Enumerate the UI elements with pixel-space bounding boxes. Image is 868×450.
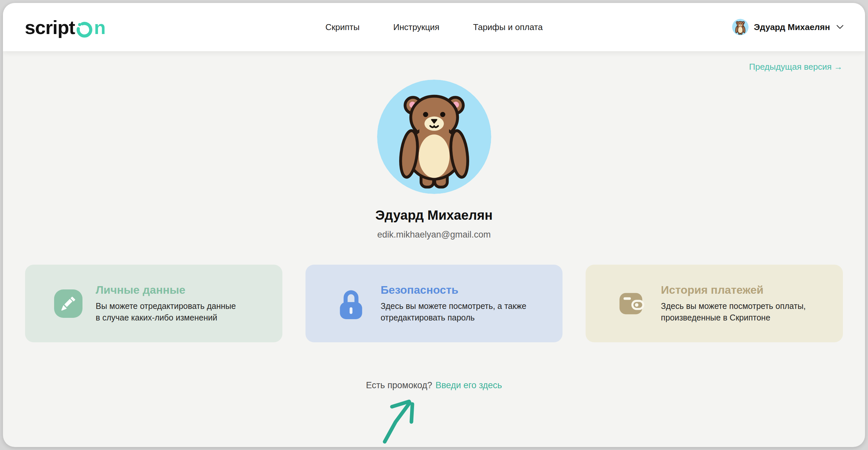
lock-icon-box [335,285,368,322]
nav-item-scripts[interactable]: Скрипты [325,22,360,32]
pencil-icon [61,297,75,311]
hand-drawn-arrow-icon [377,392,421,444]
lock-icon [336,286,367,321]
card-text: Личные данные Вы можете отредактировать … [96,283,236,324]
card-description: Здесь вы можете посмотреть, а также отре… [381,300,527,324]
card-title: Безопасность [381,283,527,297]
promo-question: Есть промокод? [366,380,432,390]
user-avatar [732,19,749,35]
pencil-icon-box [54,289,83,318]
app-window: script n Скрипты Инструкция Тарифы и опл… [3,3,865,447]
profile-email: edik.mikhaelyan@gmail.com [3,230,865,240]
promo-link[interactable]: Введи его здесь [435,380,502,390]
profile-cards: Личные данные Вы можете отредактировать … [25,265,843,342]
card-text: Безопасность Здесь вы можете посмотреть,… [381,283,527,324]
profile-name: Эдуард Михаелян [3,208,865,223]
card-description: Здесь вы можете посмотреть оплаты, произ… [661,300,806,324]
user-menu[interactable]: Эдуард Михаелян [732,19,844,35]
card-personal-data[interactable]: Личные данные Вы можете отредактировать … [25,265,282,342]
main-nav: Скрипты Инструкция Тарифы и оплата [325,22,543,32]
profile-avatar [377,80,491,194]
card-description: Вы можете отредактировать данные в случа… [96,300,236,324]
nav-item-instruction[interactable]: Инструкция [393,22,439,32]
wallet-icon [616,288,646,319]
card-security[interactable]: Безопасность Здесь вы можете посмотреть,… [306,265,563,342]
bear-avatar-illustration [377,80,491,194]
brand-logo[interactable]: script n [25,16,105,38]
logo-script-text: script [25,16,75,38]
card-title: История платежей [661,283,806,297]
logo-n-text: n [94,16,105,38]
chevron-down-icon [836,24,844,30]
logo-o-icon [75,18,94,39]
card-payment-history[interactable]: История платежей Здесь вы можете посмотр… [586,265,843,342]
header: script n Скрипты Инструкция Тарифы и опл… [3,3,865,51]
wallet-icon-box [615,285,648,322]
bear-avatar-icon [732,19,749,35]
card-text: История платежей Здесь вы можете посмотр… [661,283,806,324]
previous-version-link[interactable]: Предыдущая версия → [749,62,843,72]
nav-item-tariffs[interactable]: Тарифы и оплата [473,22,543,32]
user-menu-name: Эдуард Михаелян [754,22,830,32]
card-title: Личные данные [96,283,236,297]
promo-line: Есть промокод?Введи его здесь [3,380,865,391]
